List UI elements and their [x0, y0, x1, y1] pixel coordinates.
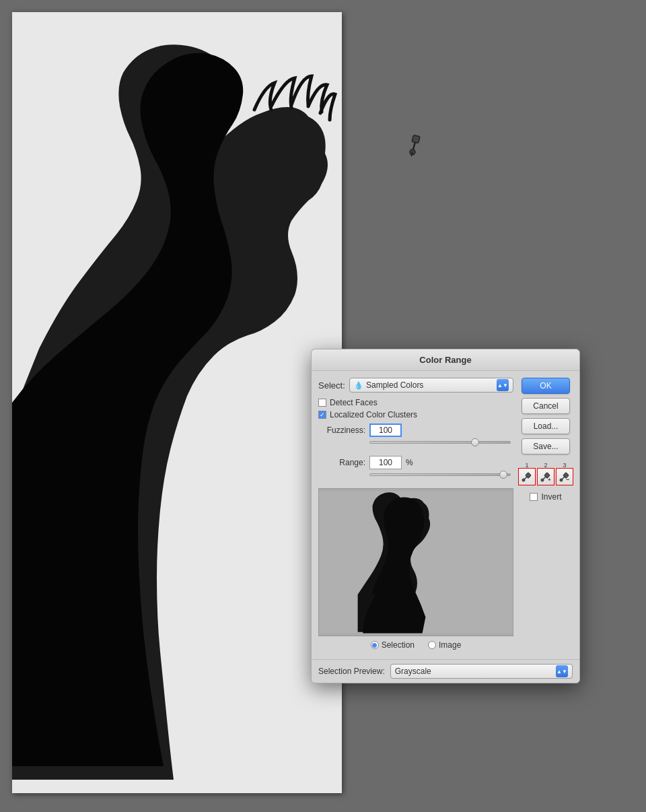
- range-input[interactable]: [369, 456, 402, 469]
- load-button[interactable]: Load...: [522, 418, 570, 434]
- selection-label: Selection: [382, 640, 415, 650]
- dialog-bottom: Selection Preview: Grayscale ▲▼: [312, 659, 579, 683]
- eyedropper-tools: 1 2: [518, 468, 573, 485]
- color-range-dialog: Color Range Select: 💧 Sampled Colors ▲▼: [311, 349, 580, 683]
- select-label: Select:: [318, 380, 345, 391]
- eyedropper-2-number: 2: [544, 462, 547, 469]
- range-slider-container: [369, 473, 511, 484]
- select-value: Sampled Colors: [366, 380, 423, 390]
- fuzziness-input[interactable]: [369, 424, 402, 437]
- fuzziness-label: Fuzziness:: [318, 426, 365, 435]
- selection-preview-value: Grayscale: [395, 667, 556, 676]
- image-radio-option[interactable]: Image: [428, 640, 461, 650]
- selection-preview-arrow-icon: ▲▼: [556, 665, 568, 677]
- svg-point-8: [522, 479, 525, 481]
- selection-radio-option[interactable]: Selection: [371, 640, 415, 650]
- select-dropdown[interactable]: 💧 Sampled Colors ▲▼: [349, 378, 513, 393]
- radio-row: Selection Image: [318, 640, 513, 650]
- range-row: Range: %: [318, 456, 513, 469]
- eyedropper-tools-wrapper: 1 2: [518, 467, 573, 485]
- cancel-button[interactable]: Cancel: [522, 398, 570, 414]
- dialog-body: Select: 💧 Sampled Colors ▲▼ Detect: [312, 371, 579, 659]
- eyedropper-icon-small: 💧: [354, 381, 363, 390]
- silhouette-image: [12, 12, 342, 793]
- detect-faces-checkbox[interactable]: [318, 399, 326, 407]
- range-label: Range:: [318, 458, 365, 467]
- eyedropper-subtract-button[interactable]: 3 −: [556, 468, 573, 485]
- eyedropper-add-button[interactable]: 2 +: [537, 468, 554, 485]
- preview-area: [318, 488, 513, 636]
- ok-button[interactable]: OK: [522, 378, 570, 394]
- fuzziness-row: Fuzziness:: [318, 424, 513, 437]
- localized-clusters-label: Localized Color Clusters: [330, 410, 417, 419]
- dialog-titlebar: Color Range: [312, 349, 579, 371]
- svg-text:+: +: [548, 477, 551, 482]
- invert-checkbox[interactable]: [530, 493, 538, 501]
- canvas-area: Color Range Select: 💧 Sampled Colors ▲▼: [0, 0, 646, 812]
- eyedropper-3-number: 3: [563, 462, 566, 469]
- select-arrow-icon: ▲▼: [497, 379, 509, 391]
- detect-faces-row: Detect Faces: [318, 398, 513, 407]
- eyedropper-1-number: 1: [525, 462, 528, 469]
- image-label: Image: [439, 640, 461, 650]
- localized-clusters-row: Localized Color Clusters: [318, 410, 513, 419]
- document: [12, 12, 342, 793]
- fuzziness-slider-thumb[interactable]: [471, 438, 479, 446]
- invert-row: Invert: [530, 492, 561, 502]
- detect-faces-label: Detect Faces: [330, 398, 378, 407]
- selection-preview-label: Selection Preview:: [318, 667, 385, 676]
- svg-rect-2: [412, 135, 420, 143]
- svg-point-11: [541, 479, 544, 481]
- select-row: Select: 💧 Sampled Colors ▲▼: [318, 378, 513, 393]
- selection-radio[interactable]: [371, 641, 379, 649]
- svg-point-15: [560, 479, 563, 481]
- range-slider-thumb[interactable]: [499, 471, 507, 479]
- save-button[interactable]: Save...: [522, 438, 570, 454]
- fuzziness-slider-container: [369, 441, 511, 452]
- eyedropper-cursor-canvas: [398, 127, 434, 164]
- eyedropper-sample-button[interactable]: 1: [518, 468, 536, 485]
- image-radio[interactable]: [428, 641, 436, 649]
- invert-label: Invert: [541, 492, 561, 502]
- localized-clusters-checkbox[interactable]: [318, 411, 326, 419]
- range-unit: %: [406, 458, 413, 467]
- dialog-right-panel: OK Cancel Load... Save... 1: [519, 378, 573, 652]
- range-slider-track[interactable]: [369, 473, 511, 476]
- svg-text:−: −: [566, 476, 569, 482]
- fuzziness-slider-track[interactable]: [369, 441, 511, 444]
- dialog-left-panel: Select: 💧 Sampled Colors ▲▼ Detect: [318, 378, 513, 652]
- dialog-title: Color Range: [419, 355, 471, 365]
- selection-preview-dropdown[interactable]: Grayscale ▲▼: [390, 664, 573, 679]
